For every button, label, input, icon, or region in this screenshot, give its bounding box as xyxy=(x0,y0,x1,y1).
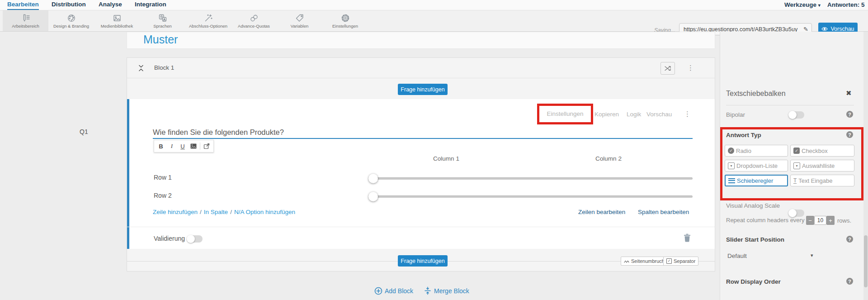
toolbar-item-arbeitsbereich[interactable]: Arbeitsbereich xyxy=(3,10,48,31)
repeat-minus-button[interactable]: − xyxy=(806,216,814,225)
shuffle-questions-button[interactable] xyxy=(660,62,675,75)
answer-type-dropdown-liste[interactable]: ▾ Dropdown-Liste xyxy=(725,160,788,171)
toolbar-item-variablen[interactable]: Variablen xyxy=(277,10,322,31)
answer-type-heading: Antwort Typ xyxy=(726,132,761,138)
page-break-badge[interactable]: Seitenumbruch xyxy=(621,257,668,266)
block-menu-kebab-icon[interactable]: ⋮ xyxy=(687,58,694,78)
insert-image-button[interactable] xyxy=(188,141,199,152)
edit-columns-link[interactable]: Spalten bearbeiten xyxy=(638,209,689,215)
row-display-order-help-icon[interactable]: ? xyxy=(846,278,853,285)
toolbar-item-label: Design & Branding xyxy=(53,24,89,29)
row1-slider-track[interactable] xyxy=(373,177,693,180)
repeat-rows-input[interactable] xyxy=(814,216,826,225)
panel-divider xyxy=(726,105,854,105)
slider-start-help-icon[interactable]: ? xyxy=(846,236,853,243)
select-caret-icon[interactable]: ▾ xyxy=(811,252,813,258)
media-image-icon xyxy=(113,14,122,23)
chain-links-icon xyxy=(250,14,259,23)
page-break-label: Seitenumbruch xyxy=(631,258,665,264)
row2-slider-track[interactable] xyxy=(373,195,693,198)
add-row-link[interactable]: Zeile hinzufügen xyxy=(153,209,198,215)
vorschau-button-label: Vorschau xyxy=(830,26,854,32)
answer-type-radio[interactable]: ✓ Radio xyxy=(725,145,788,157)
toolbar-item-einstellungen[interactable]: Einstellungen xyxy=(322,10,368,31)
dropdown-icon: ▾ xyxy=(793,162,800,169)
block-card: Block 1 ⋮ Frage hinzufügen Einstellungen… xyxy=(127,57,715,271)
nav-tab-distribution[interactable]: Distribution xyxy=(52,0,86,9)
nav-tab-integration[interactable]: Integration xyxy=(135,0,166,9)
add-na-option-link[interactable]: N/A Option hinzufügen xyxy=(234,209,295,215)
add-question-button-bottom[interactable]: Frage hinzufügen xyxy=(398,255,448,267)
panel-title: Textschiebebalken xyxy=(726,90,786,98)
external-link-button[interactable] xyxy=(201,141,212,152)
workspace-pencil-list-icon xyxy=(21,14,30,23)
magic-wand-icon xyxy=(204,14,213,23)
question-action-kopieren[interactable]: Kopieren xyxy=(594,111,619,119)
italic-button[interactable]: I xyxy=(166,141,177,152)
close-panel-icon[interactable]: ✖ xyxy=(846,89,852,97)
bipolar-help-icon[interactable]: ? xyxy=(846,111,853,118)
nav-tab-analyse[interactable]: Analyse xyxy=(99,0,122,9)
row-label-2: Row 2 xyxy=(154,192,172,199)
shuffle-icon xyxy=(664,65,671,71)
nav-tab-bearbeiten[interactable]: Bearbeiten xyxy=(7,0,39,10)
merge-block-button[interactable]: Merge Block xyxy=(434,287,469,295)
add-question-label: Frage hinzufügen xyxy=(401,86,444,93)
add-block-button[interactable]: Add Block xyxy=(385,287,413,295)
toolbar-item-sprachen[interactable]: Sprachen xyxy=(140,10,185,31)
answer-type-label: Text Eingabe xyxy=(798,177,832,184)
toolbar-item-label: Medienbibliothek xyxy=(101,24,133,29)
answer-type-checkbox[interactable]: ✓ Checkbox xyxy=(790,145,854,157)
panel-scrollbar-thumb[interactable] xyxy=(864,235,868,287)
dropdown-icon: ▾ xyxy=(728,162,735,169)
toolbar-item-abschluss-optionen[interactable]: Abschluss-Optionen xyxy=(185,10,231,31)
bipolar-toggle[interactable] xyxy=(789,111,804,119)
annotation-rect-einstellungen: Einstellungen xyxy=(537,104,593,124)
add-question-button-top[interactable]: Frage hinzufügen xyxy=(398,84,448,95)
row-display-order-heading: Row Display Order xyxy=(726,278,781,285)
block-title[interactable]: Block 1 xyxy=(154,58,174,78)
question-action-einstellungen[interactable]: Einstellungen xyxy=(547,110,583,118)
toolbar-item-advance-quotas[interactable]: Advance-Quotas xyxy=(231,10,277,31)
collapse-block-icon[interactable] xyxy=(138,65,144,71)
question-menu-kebab-icon[interactable]: ⋮ xyxy=(684,110,691,118)
add-circle-icon[interactable] xyxy=(374,287,382,295)
toolbar-item-medienbibliothek[interactable]: Medienbibliothek xyxy=(94,10,140,31)
visual-analog-scale-label: Visual Analog Scale xyxy=(726,202,780,209)
separator-badge[interactable]: ✓ Separator xyxy=(663,257,698,266)
visual-analog-scale-toggle[interactable] xyxy=(789,210,804,217)
column-header-1: Column 1 xyxy=(401,155,491,162)
row1-slider-handle[interactable] xyxy=(368,174,378,183)
merge-block-icon[interactable] xyxy=(424,286,431,295)
answer-type-help-icon[interactable]: ? xyxy=(846,131,853,138)
palette-icon xyxy=(67,14,76,23)
edit-rows-link[interactable]: Zeilen bearbeiten xyxy=(578,209,625,215)
column-header-2: Column 2 xyxy=(563,155,654,162)
question-action-vorschau[interactable]: Vorschau xyxy=(646,111,672,119)
answer-type-label: Checkbox xyxy=(802,148,828,154)
question-text-input[interactable]: Wie finden Sie die folgenden Produkte? xyxy=(153,128,284,137)
answer-type-text-eingabe[interactable]: T Text Eingabe xyxy=(790,175,854,186)
toolbar-item-design-branding[interactable]: Design & Branding xyxy=(48,10,94,31)
slider-start-select[interactable]: Default xyxy=(727,252,747,259)
werkzeuge-menu[interactable]: Werkzeuge ▾ xyxy=(784,0,821,10)
delete-question-trash-icon[interactable] xyxy=(684,233,691,242)
translate-icon xyxy=(158,14,167,23)
toolbar-item-label: Einstellungen xyxy=(332,24,358,29)
toolbar-item-label: Abschluss-Optionen xyxy=(189,24,227,29)
bold-button[interactable]: B xyxy=(156,141,166,152)
validation-toggle[interactable] xyxy=(187,235,203,243)
repeat-plus-button[interactable]: + xyxy=(826,216,835,225)
question-action-logik[interactable]: Logik xyxy=(627,111,641,119)
toolbar-item-label: Variablen xyxy=(291,24,308,29)
underline-button[interactable]: U xyxy=(177,141,188,152)
in-column-link[interactable]: In Spalte xyxy=(204,209,228,215)
row2-slider-handle[interactable] xyxy=(368,192,378,201)
gear-icon xyxy=(341,14,350,23)
validation-label: Validierung xyxy=(154,235,185,242)
top-nav-bar: Bearbeiten Distribution Analyse Integrat… xyxy=(0,0,868,10)
antworten-count[interactable]: Antworten: 5 xyxy=(827,0,865,10)
answer-type-schieberegler[interactable]: Schieberegler xyxy=(725,175,788,186)
answer-type-auswahlliste[interactable]: ▾ Auswahlliste xyxy=(790,160,854,171)
survey-title[interactable]: Muster xyxy=(143,33,178,46)
